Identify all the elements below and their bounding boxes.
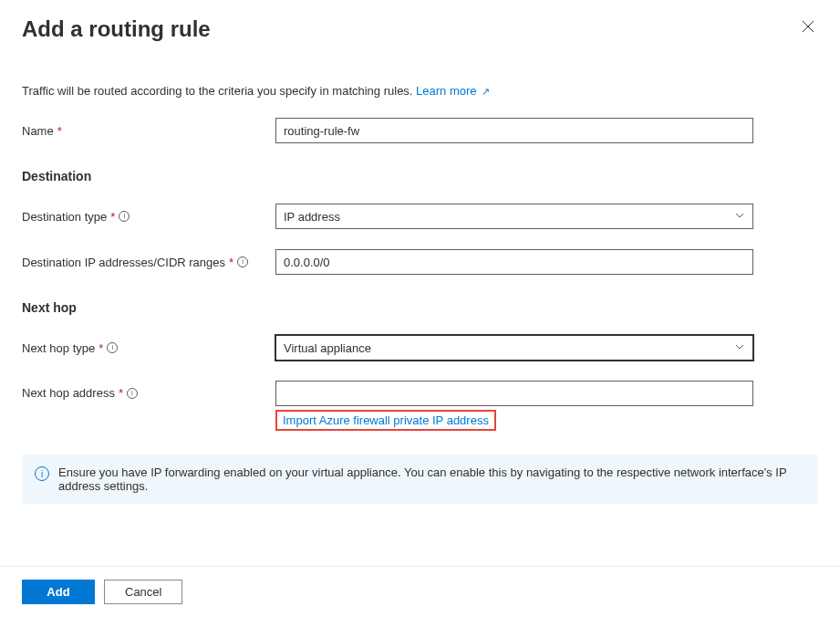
external-link-icon: ↗	[479, 86, 490, 97]
required-indicator: *	[229, 256, 233, 269]
chevron-down-icon	[734, 341, 745, 355]
import-link-highlight: Import Azure firewall private IP address	[275, 410, 496, 431]
next-hop-type-value: Virtual appliance	[284, 341, 371, 355]
footer: Add Cancel	[0, 566, 840, 617]
import-firewall-ip-link[interactable]: Import Azure firewall private IP address	[283, 413, 489, 427]
required-indicator: *	[99, 341, 103, 355]
add-button[interactable]: Add	[22, 580, 95, 604]
info-icon[interactable]: i	[119, 211, 130, 222]
destination-type-label-text: Destination type	[22, 210, 107, 224]
intro-description: Traffic will be routed according to the …	[22, 84, 416, 98]
required-indicator: *	[119, 386, 123, 400]
cancel-button[interactable]: Cancel	[104, 580, 182, 604]
destination-type-select[interactable]: IP address	[275, 204, 753, 229]
info-banner: i Ensure you have IP forwarding enabled …	[22, 455, 818, 504]
chevron-down-icon	[734, 210, 745, 224]
row-next-hop-type: Next hop type * i Virtual appliance	[22, 335, 818, 361]
label-destination-cidr: Destination IP addresses/CIDR ranges * i	[22, 256, 275, 269]
info-icon[interactable]: i	[127, 388, 138, 399]
row-destination-type: Destination type * i IP address	[22, 204, 818, 229]
close-icon	[802, 20, 814, 33]
label-name: Name *	[22, 124, 275, 138]
info-icon: i	[35, 466, 49, 481]
name-label-text: Name	[22, 124, 54, 138]
name-input[interactable]	[275, 118, 753, 143]
section-next-hop: Next hop	[22, 300, 818, 315]
header-row: Add a routing rule	[22, 16, 818, 42]
row-name: Name *	[22, 118, 818, 143]
destination-cidr-label-text: Destination IP addresses/CIDR ranges	[22, 256, 225, 269]
next-hop-type-select[interactable]: Virtual appliance	[275, 335, 753, 361]
section-destination: Destination	[22, 169, 818, 183]
intro-text: Traffic will be routed according to the …	[22, 84, 818, 98]
next-hop-type-label-text: Next hop type	[22, 341, 95, 355]
label-next-hop-address: Next hop address * i	[22, 381, 275, 400]
info-banner-text: Ensure you have IP forwarding enabled on…	[58, 465, 805, 493]
next-hop-address-label-text: Next hop address	[22, 386, 115, 400]
page-title: Add a routing rule	[22, 16, 211, 42]
destination-cidr-input[interactable]	[275, 249, 753, 275]
close-button[interactable]	[798, 16, 818, 38]
required-indicator: *	[57, 124, 62, 138]
label-destination-type: Destination type * i	[22, 210, 275, 224]
info-icon[interactable]: i	[237, 256, 248, 267]
learn-more-label: Learn more	[416, 84, 476, 98]
routing-rule-panel: Add a routing rule Traffic will be route…	[0, 0, 840, 504]
destination-type-value: IP address	[284, 210, 340, 224]
row-next-hop-address: Next hop address * i Import Azure firewa…	[22, 381, 818, 431]
required-indicator: *	[110, 210, 115, 224]
next-hop-address-input[interactable]	[275, 381, 753, 406]
learn-more-link[interactable]: Learn more ↗	[416, 84, 490, 98]
info-icon[interactable]: i	[107, 342, 118, 353]
row-destination-cidr: Destination IP addresses/CIDR ranges * i	[22, 249, 818, 275]
label-next-hop-type: Next hop type * i	[22, 341, 275, 355]
